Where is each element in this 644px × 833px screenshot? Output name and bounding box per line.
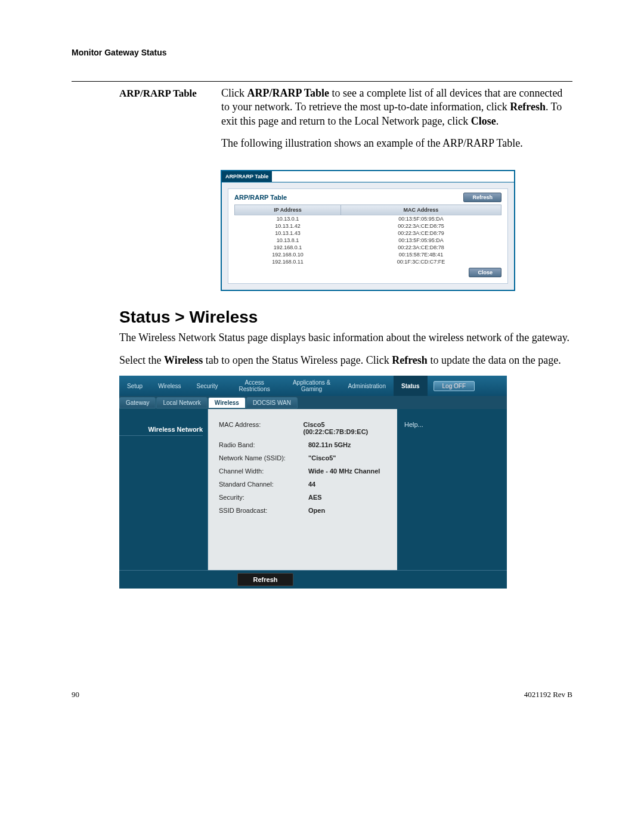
wireless-row: Standard Channel:44 — [219, 481, 386, 488]
bold-text: Wireless — [164, 354, 203, 366]
wireless-row: Channel Width:Wide - 40 MHz Channel — [219, 467, 386, 475]
bold-text: Close — [471, 115, 496, 127]
nav-administration[interactable]: Administration — [340, 383, 394, 389]
table-row: 192.168.0.1000:15:58:7E:4B:41 — [235, 251, 501, 258]
help-panel: Help... — [397, 409, 507, 570]
arp-rarp-para2: The following illustration shows an exam… — [221, 137, 572, 150]
table-row: 192.168.0.1100:1F:3C:CD:C7:FE — [235, 258, 501, 265]
nav-applications-gaming[interactable]: Applications & Gaming — [283, 379, 340, 392]
table-row: 10.13.0.100:13:5F:05:95:DA — [235, 215, 501, 222]
table-row: 10.13.8.100:13:5F:05:95:DA — [235, 237, 501, 244]
arp-rarp-body: Click ARP/RARP Table to see a complete l… — [221, 86, 572, 159]
help-link[interactable]: Help... — [404, 421, 423, 428]
wireless-details: MAC Address:Cisco5 (00:22:CE:7B:D9:EC)Ra… — [208, 409, 397, 570]
wireless-value: 44 — [308, 481, 315, 488]
tab-wireless[interactable]: Wireless — [208, 397, 246, 408]
arp-mac-cell: 00:13:5F:05:95:DA — [340, 215, 501, 222]
wireless-key: Security: — [219, 494, 308, 501]
arp-rarp-section: ARP/RARP Table Click ARP/RARP Table to s… — [72, 86, 572, 159]
arp-mac-cell: 00:13:5F:05:95:DA — [340, 237, 501, 244]
wireless-key: Standard Channel: — [219, 481, 308, 488]
arp-close-button[interactable]: Close — [469, 268, 501, 277]
arp-rarp-illustration: ARP/RARP Table ARP/RARP Table Refresh IP… — [221, 170, 515, 291]
text: tab to open the Status Wireless page. Cl… — [203, 354, 392, 366]
wireless-status-illustration: Setup Wireless Security Access Restricti… — [119, 376, 507, 589]
page-footer: 90 4021192 Rev B — [72, 690, 572, 699]
wireless-key: Radio Band: — [219, 441, 308, 448]
wireless-value: "Cisco5" — [308, 454, 336, 462]
chapter-header: Monitor Gateway Status — [72, 48, 572, 57]
document-id: 4021192 Rev B — [524, 690, 572, 699]
nav-wireless[interactable]: Wireless — [150, 383, 188, 389]
tab-local-network[interactable]: Local Network — [156, 397, 207, 408]
arp-col-mac: MAC Address — [340, 205, 501, 215]
arp-ip-cell: 10.13.1.42 — [235, 222, 341, 230]
table-row: 10.13.1.4300:22:3A:CE:D8:79 — [235, 230, 501, 237]
nav-status[interactable]: Status — [394, 376, 428, 396]
status-wireless-para2: Select the Wireless tab to open the Stat… — [119, 353, 572, 367]
wireless-key: Channel Width: — [219, 467, 308, 475]
wireless-value: AES — [308, 494, 322, 501]
arp-refresh-button[interactable]: Refresh — [463, 193, 501, 202]
table-row: 10.13.1.4200:22:3A:CE:D8:75 — [235, 222, 501, 230]
tab-docsis-wan[interactable]: DOCSIS WAN — [246, 397, 298, 408]
text: Select the — [119, 354, 164, 366]
wireless-row: Radio Band:802.11n 5GHz — [219, 441, 386, 448]
table-row: 192.168.0.100:22:3A:CE:D8:78 — [235, 244, 501, 251]
wireless-value: Open — [308, 507, 325, 514]
arp-ip-cell: 192.168.0.10 — [235, 251, 341, 258]
arp-rarp-table: IP Address MAC Address 10.13.0.100:13:5F… — [234, 205, 501, 265]
arp-rarp-label: ARP/RARP Table — [72, 86, 221, 159]
nav-setup[interactable]: Setup — [119, 383, 150, 389]
text: to update the data on the page. — [428, 354, 561, 366]
wireless-row: MAC Address:Cisco5 (00:22:CE:7B:D9:EC) — [219, 421, 386, 435]
left-panel: Wireless Network — [119, 409, 208, 570]
wireless-row: Security:AES — [219, 494, 386, 501]
arp-ip-cell: 192.168.0.11 — [235, 258, 341, 265]
status-wireless-para1: The Wireless Network Status page display… — [119, 330, 572, 345]
bold-text: Refresh — [510, 101, 546, 113]
arp-col-ip: IP Address — [235, 205, 341, 215]
bold-text: Refresh — [392, 354, 428, 366]
wireless-row: Network Name (SSID):"Cisco5" — [219, 454, 386, 462]
nav-security[interactable]: Security — [188, 383, 225, 389]
tab-gateway[interactable]: Gateway — [119, 397, 156, 408]
wireless-value: Wide - 40 MHz Channel — [308, 467, 380, 475]
arp-mac-cell: 00:22:3A:CE:D8:78 — [340, 244, 501, 251]
arp-ip-cell: 10.13.1.43 — [235, 230, 341, 237]
page-number: 90 — [72, 690, 79, 699]
arp-rarp-tab[interactable]: ARP/RARP Table — [222, 171, 272, 182]
arp-mac-cell: 00:22:3A:CE:D8:79 — [340, 230, 501, 237]
arp-mac-cell: 00:1F:3C:CD:C7:FE — [340, 258, 501, 265]
arp-ip-cell: 10.13.0.1 — [235, 215, 341, 222]
wireless-value: 802.11n 5GHz — [308, 441, 351, 448]
main-nav: Setup Wireless Security Access Restricti… — [119, 376, 507, 396]
wireless-key: SSID Broadcast: — [219, 507, 308, 514]
text: Click — [221, 87, 247, 99]
logoff-button[interactable]: Log OFF — [434, 381, 475, 391]
text: . — [496, 115, 499, 127]
wireless-key: Network Name (SSID): — [219, 454, 308, 462]
wireless-network-label: Wireless Network — [119, 426, 203, 436]
arp-rarp-inner-title: ARP/RARP Table — [234, 194, 287, 201]
status-wireless-heading: Status > Wireless — [119, 308, 572, 327]
arp-ip-cell: 192.168.0.1 — [235, 244, 341, 251]
arp-mac-cell: 00:22:3A:CE:D8:75 — [340, 222, 501, 230]
wireless-key: MAC Address: — [219, 421, 303, 435]
wireless-value: Cisco5 (00:22:CE:7B:D9:EC) — [303, 421, 386, 435]
refresh-button[interactable]: Refresh — [237, 573, 294, 586]
arp-mac-cell: 00:15:58:7E:4B:41 — [340, 251, 501, 258]
nav-access-restrictions[interactable]: Access Restrictions — [226, 379, 283, 392]
horizontal-rule — [72, 81, 572, 82]
wireless-row: SSID Broadcast:Open — [219, 507, 386, 514]
arp-rarp-para1: Click ARP/RARP Table to see a complete l… — [221, 86, 572, 128]
bold-text: ARP/RARP Table — [247, 87, 330, 99]
sub-nav: Gateway Local Network Wireless DOCSIS WA… — [119, 396, 507, 409]
arp-ip-cell: 10.13.8.1 — [235, 237, 341, 244]
